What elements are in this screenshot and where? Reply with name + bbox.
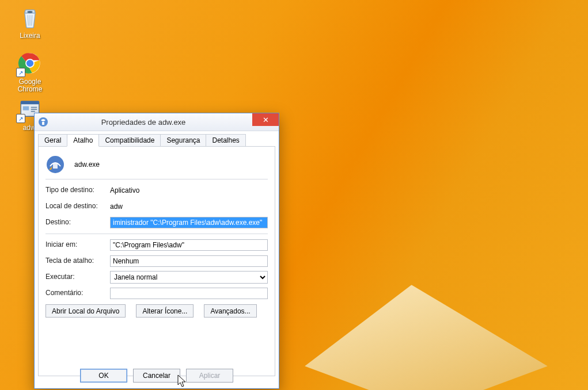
desktop-icon-chrome[interactable]: ↗ Google Chrome bbox=[8, 49, 52, 93]
titlebar[interactable]: Propriedades de adw.exe ✕ bbox=[35, 113, 279, 131]
properties-dialog: Propriedades de adw.exe ✕ Geral Atalho C… bbox=[34, 113, 279, 389]
svg-rect-10 bbox=[53, 163, 58, 169]
abrir-local-button[interactable]: Abrir Local do Arquivo bbox=[45, 304, 126, 318]
avancados-button[interactable]: Avançados... bbox=[204, 304, 256, 318]
dialog-title: Propriedades de adw.exe bbox=[35, 118, 252, 127]
aplicar-button[interactable]: Aplicar bbox=[186, 369, 233, 383]
value-tipo-destino: Aplicativo bbox=[110, 186, 139, 194]
separator bbox=[45, 179, 268, 179]
close-button[interactable]: ✕ bbox=[252, 113, 279, 126]
label-destino: Destino: bbox=[45, 219, 110, 226]
desktop-icon-label: Lixeira bbox=[8, 32, 52, 40]
tab-atalho[interactable]: Atalho bbox=[67, 134, 99, 147]
alterar-icone-button[interactable]: Alterar Ícone... bbox=[136, 304, 194, 318]
executar-select[interactable]: Janela normal bbox=[110, 271, 268, 284]
cancelar-button[interactable]: Cancelar bbox=[133, 369, 180, 383]
shortcut-arrow-icon: ↗ bbox=[16, 114, 25, 123]
desktop[interactable]: Lixeira ↗ Google Chrome ↗ ad bbox=[0, 0, 588, 390]
file-name: adw.exe bbox=[74, 160, 100, 169]
label-comentario: Comentário: bbox=[45, 289, 110, 297]
tab-compatibilidade[interactable]: Compatibilidade bbox=[98, 134, 161, 147]
tecla-atalho-input[interactable] bbox=[110, 255, 268, 267]
iniciar-em-input[interactable] bbox=[110, 239, 268, 251]
tab-detalhes[interactable]: Detalhes bbox=[206, 134, 245, 147]
svg-rect-5 bbox=[21, 101, 39, 104]
desktop-icon-label: Google Chrome bbox=[8, 78, 52, 93]
recycle-bin-icon bbox=[16, 3, 44, 31]
label-iniciar-em: Iniciar em: bbox=[45, 241, 110, 248]
label-tecla-atalho: Tecla de atalho: bbox=[45, 257, 110, 265]
label-tipo-destino: Tipo de destino: bbox=[45, 186, 110, 194]
separator bbox=[45, 234, 268, 234]
tab-panel-atalho: adw.exe Tipo de destino: Aplicativo Loca… bbox=[38, 146, 275, 376]
wallpaper-geometry bbox=[293, 231, 584, 390]
label-local-destino: Local de destino: bbox=[45, 202, 110, 210]
svg-rect-6 bbox=[23, 106, 29, 110]
tab-seguranca[interactable]: Segurança bbox=[160, 134, 206, 147]
tab-strip: Geral Atalho Compatibilidade Segurança D… bbox=[38, 134, 275, 147]
shortcut-arrow-icon: ↗ bbox=[16, 68, 25, 77]
file-type-icon bbox=[45, 155, 65, 174]
value-local-destino: adw bbox=[110, 202, 123, 211]
comentario-input[interactable] bbox=[110, 288, 268, 299]
chrome-icon: ↗ bbox=[16, 49, 44, 77]
dialog-button-row: OK Cancelar Aplicar bbox=[35, 369, 279, 383]
tab-geral[interactable]: Geral bbox=[38, 134, 67, 147]
ok-button[interactable]: OK bbox=[80, 369, 127, 383]
destino-input[interactable] bbox=[110, 217, 268, 228]
svg-point-0 bbox=[27, 11, 32, 13]
close-icon: ✕ bbox=[263, 116, 269, 124]
label-executar: Executar: bbox=[45, 273, 110, 281]
desktop-icon-recycle-bin[interactable]: Lixeira bbox=[8, 3, 52, 40]
